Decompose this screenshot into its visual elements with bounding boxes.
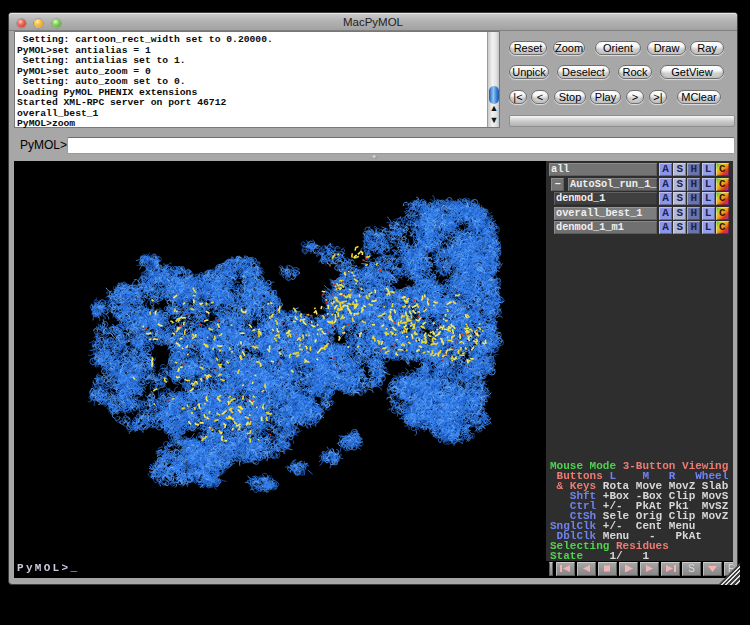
svg-text:S: S (688, 563, 695, 574)
